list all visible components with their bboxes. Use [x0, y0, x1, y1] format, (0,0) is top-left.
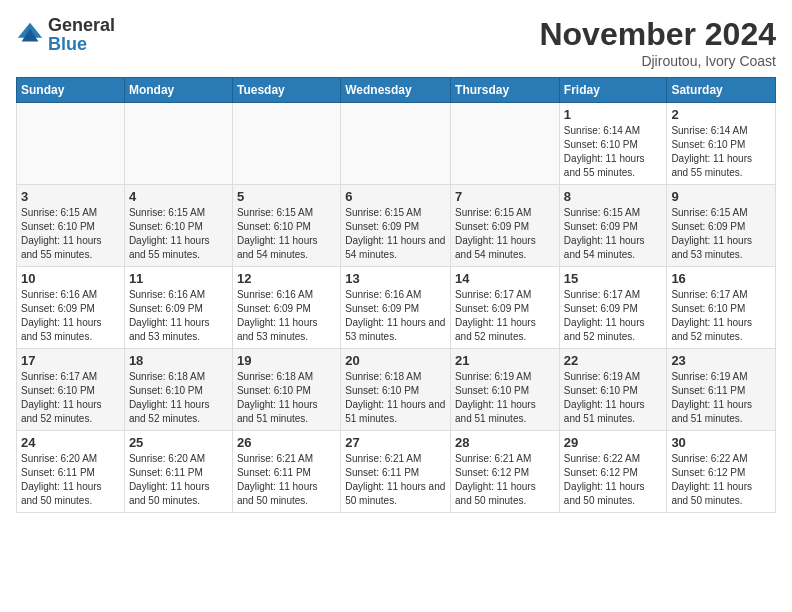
- day-info: Sunrise: 6:15 AM Sunset: 6:09 PM Dayligh…: [671, 206, 771, 262]
- day-number: 12: [237, 271, 336, 286]
- calendar-cell: 15Sunrise: 6:17 AM Sunset: 6:09 PM Dayli…: [559, 267, 667, 349]
- logo-blue: Blue: [48, 34, 87, 54]
- day-info: Sunrise: 6:17 AM Sunset: 6:09 PM Dayligh…: [455, 288, 555, 344]
- header-sunday: Sunday: [17, 78, 125, 103]
- week-row-2: 10Sunrise: 6:16 AM Sunset: 6:09 PM Dayli…: [17, 267, 776, 349]
- header-row: Sunday Monday Tuesday Wednesday Thursday…: [17, 78, 776, 103]
- day-info: Sunrise: 6:16 AM Sunset: 6:09 PM Dayligh…: [237, 288, 336, 344]
- calendar-cell: 6Sunrise: 6:15 AM Sunset: 6:09 PM Daylig…: [341, 185, 451, 267]
- calendar-cell: 21Sunrise: 6:19 AM Sunset: 6:10 PM Dayli…: [451, 349, 560, 431]
- day-info: Sunrise: 6:21 AM Sunset: 6:11 PM Dayligh…: [345, 452, 446, 508]
- day-info: Sunrise: 6:18 AM Sunset: 6:10 PM Dayligh…: [345, 370, 446, 426]
- calendar-cell: 25Sunrise: 6:20 AM Sunset: 6:11 PM Dayli…: [124, 431, 232, 513]
- calendar-cell: 14Sunrise: 6:17 AM Sunset: 6:09 PM Dayli…: [451, 267, 560, 349]
- week-row-3: 17Sunrise: 6:17 AM Sunset: 6:10 PM Dayli…: [17, 349, 776, 431]
- day-number: 24: [21, 435, 120, 450]
- day-info: Sunrise: 6:21 AM Sunset: 6:12 PM Dayligh…: [455, 452, 555, 508]
- calendar-header: Sunday Monday Tuesday Wednesday Thursday…: [17, 78, 776, 103]
- day-info: Sunrise: 6:14 AM Sunset: 6:10 PM Dayligh…: [671, 124, 771, 180]
- day-number: 20: [345, 353, 446, 368]
- day-info: Sunrise: 6:17 AM Sunset: 6:10 PM Dayligh…: [671, 288, 771, 344]
- week-row-1: 3Sunrise: 6:15 AM Sunset: 6:10 PM Daylig…: [17, 185, 776, 267]
- day-number: 1: [564, 107, 663, 122]
- logo-icon: [16, 21, 44, 49]
- day-info: Sunrise: 6:19 AM Sunset: 6:11 PM Dayligh…: [671, 370, 771, 426]
- calendar-cell: [124, 103, 232, 185]
- day-number: 4: [129, 189, 228, 204]
- day-number: 27: [345, 435, 446, 450]
- calendar-table: Sunday Monday Tuesday Wednesday Thursday…: [16, 77, 776, 513]
- calendar-cell: 27Sunrise: 6:21 AM Sunset: 6:11 PM Dayli…: [341, 431, 451, 513]
- day-number: 2: [671, 107, 771, 122]
- day-number: 9: [671, 189, 771, 204]
- day-info: Sunrise: 6:19 AM Sunset: 6:10 PM Dayligh…: [455, 370, 555, 426]
- day-info: Sunrise: 6:18 AM Sunset: 6:10 PM Dayligh…: [129, 370, 228, 426]
- day-info: Sunrise: 6:20 AM Sunset: 6:11 PM Dayligh…: [129, 452, 228, 508]
- day-info: Sunrise: 6:16 AM Sunset: 6:09 PM Dayligh…: [129, 288, 228, 344]
- calendar-cell: 2Sunrise: 6:14 AM Sunset: 6:10 PM Daylig…: [667, 103, 776, 185]
- calendar-cell: 28Sunrise: 6:21 AM Sunset: 6:12 PM Dayli…: [451, 431, 560, 513]
- day-number: 26: [237, 435, 336, 450]
- header-saturday: Saturday: [667, 78, 776, 103]
- header-tuesday: Tuesday: [232, 78, 340, 103]
- day-number: 15: [564, 271, 663, 286]
- day-number: 7: [455, 189, 555, 204]
- day-info: Sunrise: 6:22 AM Sunset: 6:12 PM Dayligh…: [564, 452, 663, 508]
- calendar-cell: 5Sunrise: 6:15 AM Sunset: 6:10 PM Daylig…: [232, 185, 340, 267]
- day-number: 23: [671, 353, 771, 368]
- calendar-cell: 17Sunrise: 6:17 AM Sunset: 6:10 PM Dayli…: [17, 349, 125, 431]
- calendar-cell: 22Sunrise: 6:19 AM Sunset: 6:10 PM Dayli…: [559, 349, 667, 431]
- header-monday: Monday: [124, 78, 232, 103]
- day-number: 16: [671, 271, 771, 286]
- day-info: Sunrise: 6:20 AM Sunset: 6:11 PM Dayligh…: [21, 452, 120, 508]
- day-info: Sunrise: 6:19 AM Sunset: 6:10 PM Dayligh…: [564, 370, 663, 426]
- logo: General Blue: [16, 16, 115, 54]
- day-number: 21: [455, 353, 555, 368]
- logo-general: General: [48, 15, 115, 35]
- calendar-body: 1Sunrise: 6:14 AM Sunset: 6:10 PM Daylig…: [17, 103, 776, 513]
- day-info: Sunrise: 6:18 AM Sunset: 6:10 PM Dayligh…: [237, 370, 336, 426]
- day-number: 13: [345, 271, 446, 286]
- week-row-4: 24Sunrise: 6:20 AM Sunset: 6:11 PM Dayli…: [17, 431, 776, 513]
- day-number: 18: [129, 353, 228, 368]
- day-info: Sunrise: 6:15 AM Sunset: 6:10 PM Dayligh…: [129, 206, 228, 262]
- day-info: Sunrise: 6:16 AM Sunset: 6:09 PM Dayligh…: [345, 288, 446, 344]
- page-header: General Blue November 2024 Djiroutou, Iv…: [16, 16, 776, 69]
- day-number: 28: [455, 435, 555, 450]
- day-number: 29: [564, 435, 663, 450]
- day-info: Sunrise: 6:15 AM Sunset: 6:09 PM Dayligh…: [455, 206, 555, 262]
- day-number: 14: [455, 271, 555, 286]
- calendar-cell: [232, 103, 340, 185]
- day-number: 3: [21, 189, 120, 204]
- day-number: 17: [21, 353, 120, 368]
- calendar-cell: 19Sunrise: 6:18 AM Sunset: 6:10 PM Dayli…: [232, 349, 340, 431]
- calendar-cell: [451, 103, 560, 185]
- day-number: 19: [237, 353, 336, 368]
- calendar-cell: 30Sunrise: 6:22 AM Sunset: 6:12 PM Dayli…: [667, 431, 776, 513]
- day-number: 10: [21, 271, 120, 286]
- calendar-cell: 1Sunrise: 6:14 AM Sunset: 6:10 PM Daylig…: [559, 103, 667, 185]
- day-number: 25: [129, 435, 228, 450]
- month-title: November 2024: [539, 16, 776, 53]
- day-info: Sunrise: 6:21 AM Sunset: 6:11 PM Dayligh…: [237, 452, 336, 508]
- calendar-cell: [341, 103, 451, 185]
- header-thursday: Thursday: [451, 78, 560, 103]
- calendar-cell: 3Sunrise: 6:15 AM Sunset: 6:10 PM Daylig…: [17, 185, 125, 267]
- title-section: November 2024 Djiroutou, Ivory Coast: [539, 16, 776, 69]
- day-number: 5: [237, 189, 336, 204]
- day-info: Sunrise: 6:15 AM Sunset: 6:09 PM Dayligh…: [564, 206, 663, 262]
- calendar-cell: [17, 103, 125, 185]
- day-info: Sunrise: 6:15 AM Sunset: 6:10 PM Dayligh…: [21, 206, 120, 262]
- day-number: 6: [345, 189, 446, 204]
- day-info: Sunrise: 6:16 AM Sunset: 6:09 PM Dayligh…: [21, 288, 120, 344]
- calendar-cell: 16Sunrise: 6:17 AM Sunset: 6:10 PM Dayli…: [667, 267, 776, 349]
- calendar-cell: 20Sunrise: 6:18 AM Sunset: 6:10 PM Dayli…: [341, 349, 451, 431]
- calendar-cell: 4Sunrise: 6:15 AM Sunset: 6:10 PM Daylig…: [124, 185, 232, 267]
- calendar-cell: 7Sunrise: 6:15 AM Sunset: 6:09 PM Daylig…: [451, 185, 560, 267]
- day-number: 8: [564, 189, 663, 204]
- calendar-cell: 18Sunrise: 6:18 AM Sunset: 6:10 PM Dayli…: [124, 349, 232, 431]
- calendar-cell: 10Sunrise: 6:16 AM Sunset: 6:09 PM Dayli…: [17, 267, 125, 349]
- location-title: Djiroutou, Ivory Coast: [539, 53, 776, 69]
- day-number: 11: [129, 271, 228, 286]
- day-info: Sunrise: 6:17 AM Sunset: 6:10 PM Dayligh…: [21, 370, 120, 426]
